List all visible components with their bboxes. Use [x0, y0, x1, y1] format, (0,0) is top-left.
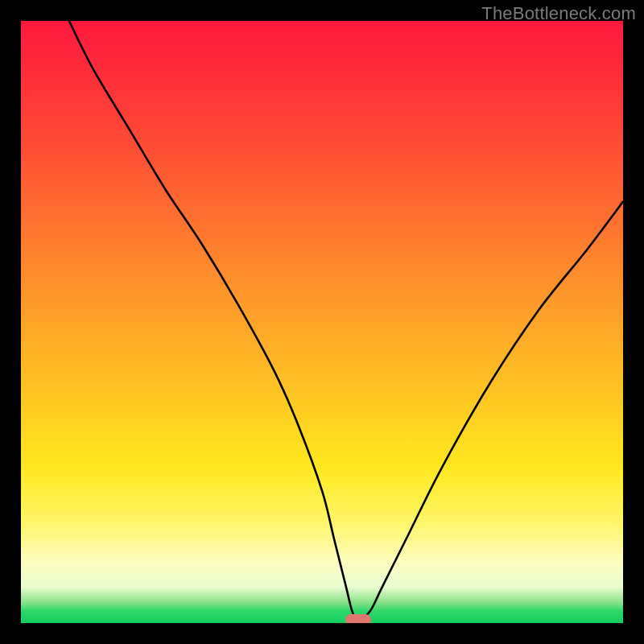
bottleneck-curve: [21, 21, 623, 623]
optimal-marker: [345, 614, 371, 623]
watermark-label: TheBottleneck.com: [481, 3, 636, 24]
plot-area: [21, 21, 623, 623]
chart-frame: TheBottleneck.com: [0, 0, 644, 644]
